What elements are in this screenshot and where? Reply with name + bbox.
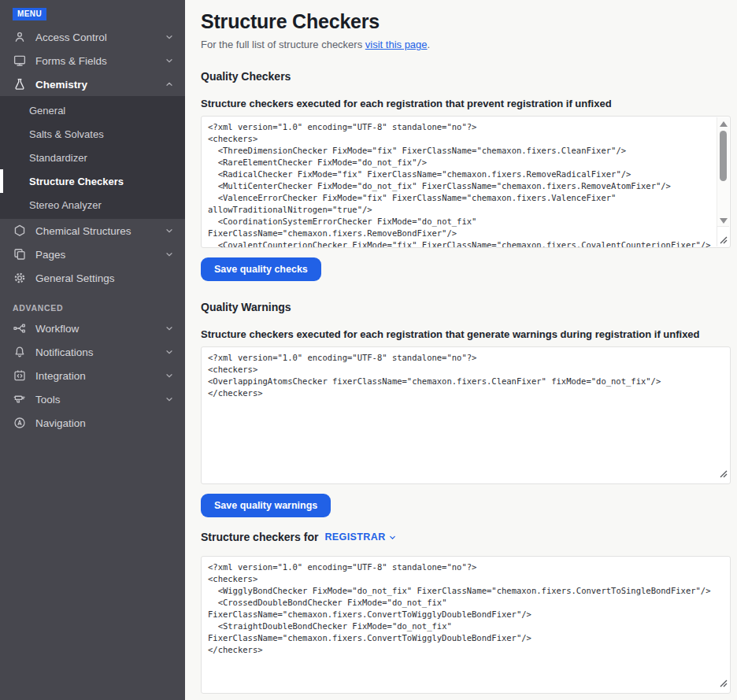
scroll-down-arrow-icon[interactable] bbox=[720, 218, 728, 224]
advanced-section-label: ADVANCED bbox=[13, 303, 185, 313]
sidebar-item-forms-fields[interactable]: Forms & Fields bbox=[0, 49, 185, 72]
quality-warnings-editor[interactable]: <?xml version="1.0" encoding="UTF-8" sta… bbox=[201, 346, 731, 484]
chevron-down-icon[interactable] bbox=[165, 394, 174, 404]
role-checkers-code[interactable]: <?xml version="1.0" encoding="UTF-8" sta… bbox=[202, 557, 730, 693]
pages-icon bbox=[13, 247, 27, 261]
sidebar-item-stereo-analyzer[interactable]: Stereo Analyzer bbox=[0, 193, 185, 217]
monitor-icon bbox=[13, 54, 27, 68]
workflow-icon bbox=[13, 321, 27, 335]
chevron-down-icon[interactable] bbox=[165, 371, 174, 380]
sidebar-item-standardizer[interactable]: Standardizer bbox=[0, 146, 185, 169]
person-icon bbox=[13, 30, 27, 44]
integration-icon bbox=[13, 369, 27, 383]
sidebar-item-label: Workflow bbox=[35, 323, 79, 335]
sidebar-subitem-label: Stereo Analyzer bbox=[29, 199, 102, 211]
sidebar-subitem-label: Salts & Solvates bbox=[29, 128, 104, 140]
chevron-down-icon[interactable] bbox=[165, 347, 174, 357]
chevron-down-icon bbox=[388, 533, 397, 542]
chevron-down-icon[interactable] bbox=[165, 56, 174, 65]
resize-grip-icon[interactable] bbox=[720, 467, 728, 481]
drill-icon bbox=[13, 392, 27, 406]
quality-checkers-heading: Quality Checkers bbox=[201, 70, 731, 83]
sidebar-item-label: Forms & Fields bbox=[35, 55, 107, 67]
menu-badge: MENU bbox=[13, 8, 46, 20]
sidebar: MENU Access Control Forms & Fields Chem bbox=[0, 0, 185, 700]
sidebar-item-tools[interactable]: Tools bbox=[0, 387, 185, 411]
compass-icon bbox=[13, 416, 27, 430]
quality-warnings-heading: Quality Warnings bbox=[201, 301, 731, 313]
sidebar-item-label: General Settings bbox=[35, 272, 115, 284]
gear-icon bbox=[13, 271, 27, 285]
sidebar-item-label: Chemistry bbox=[35, 79, 87, 91]
role-checkers-editor[interactable]: <?xml version="1.0" encoding="UTF-8" sta… bbox=[201, 556, 731, 694]
sidebar-item-label: Chemical Structures bbox=[35, 225, 131, 237]
registrar-dropdown[interactable]: REGISTRAR bbox=[324, 531, 396, 543]
sidebar-item-workflow[interactable]: Workflow bbox=[0, 317, 185, 340]
chevron-down-icon[interactable] bbox=[165, 226, 174, 235]
sidebar-item-label: Notifications bbox=[35, 346, 94, 358]
quality-warnings-description: Structure checkers executed for each reg… bbox=[201, 328, 731, 340]
hexagon-icon bbox=[13, 224, 27, 238]
sidebar-subitem-label: Structure Checkers bbox=[29, 176, 124, 187]
editor-scrollbar[interactable] bbox=[717, 117, 729, 228]
flask-icon bbox=[13, 77, 27, 91]
role-checkers-heading: Structure checkers for bbox=[201, 531, 318, 543]
chevron-down-icon[interactable] bbox=[165, 250, 174, 259]
sidebar-item-pages[interactable]: Pages bbox=[0, 243, 185, 266]
sidebar-item-access-control[interactable]: Access Control bbox=[0, 25, 185, 49]
sidebar-item-label: Navigation bbox=[35, 417, 86, 429]
main-content: Structure Checkers For the full list of … bbox=[185, 0, 737, 700]
quality-checkers-description: Structure checkers executed for each reg… bbox=[201, 98, 731, 109]
chevron-down-icon[interactable] bbox=[165, 324, 174, 333]
sidebar-item-notifications[interactable]: Notifications bbox=[0, 340, 185, 364]
resize-grip-icon bbox=[720, 236, 728, 244]
app-window: MENU Access Control Forms & Fields Chem bbox=[0, 0, 737, 700]
sidebar-item-label: Pages bbox=[35, 249, 65, 261]
chemistry-submenu: General Salts & Solvates Standardizer St… bbox=[0, 96, 185, 219]
quality-warnings-code[interactable]: <?xml version="1.0" encoding="UTF-8" sta… bbox=[202, 347, 730, 483]
sidebar-item-integration[interactable]: Integration bbox=[0, 364, 185, 387]
save-quality-checks-button[interactable]: Save quality checks bbox=[201, 257, 321, 281]
sidebar-item-general-settings[interactable]: General Settings bbox=[0, 266, 185, 290]
intro-text: For the full list of structure checkers … bbox=[201, 39, 731, 50]
visit-page-link[interactable]: visit this page bbox=[365, 39, 428, 50]
scrollbar-thumb[interactable] bbox=[720, 131, 727, 181]
scroll-up-arrow-icon[interactable] bbox=[720, 121, 728, 127]
sidebar-item-label: Tools bbox=[35, 394, 61, 406]
bell-icon bbox=[13, 345, 27, 359]
sidebar-item-navigation[interactable]: Navigation bbox=[0, 411, 185, 435]
resize-corner[interactable] bbox=[717, 226, 729, 246]
role-checkers-heading-row: Structure checkers for REGISTRAR bbox=[201, 531, 731, 543]
chevron-up-icon[interactable] bbox=[165, 80, 174, 89]
sidebar-item-chemistry[interactable]: Chemistry bbox=[0, 72, 185, 96]
intro-suffix: . bbox=[428, 39, 431, 50]
page-title: Structure Checkers bbox=[201, 10, 731, 33]
registrar-dropdown-value: REGISTRAR bbox=[324, 531, 385, 543]
sidebar-item-structure-checkers[interactable]: Structure Checkers bbox=[0, 169, 185, 193]
sidebar-subitem-label: General bbox=[29, 105, 65, 117]
sidebar-item-general[interactable]: General bbox=[0, 98, 185, 122]
sidebar-item-chemical-structures[interactable]: Chemical Structures bbox=[0, 219, 185, 243]
sidebar-item-label: Integration bbox=[35, 370, 86, 382]
resize-grip-icon[interactable] bbox=[720, 676, 728, 691]
save-quality-warnings-button[interactable]: Save quality warnings bbox=[201, 494, 331, 517]
sidebar-subitem-label: Standardizer bbox=[29, 152, 87, 164]
sidebar-item-label: Access Control bbox=[35, 31, 107, 43]
quality-checkers-editor[interactable]: <?xml version="1.0" encoding="UTF-8" sta… bbox=[201, 116, 731, 248]
intro-prefix: For the full list of structure checkers bbox=[201, 39, 365, 50]
chevron-down-icon[interactable] bbox=[165, 32, 174, 42]
sidebar-item-salts-solvates[interactable]: Salts & Solvates bbox=[0, 122, 185, 146]
quality-checkers-code[interactable]: <?xml version="1.0" encoding="UTF-8" sta… bbox=[202, 117, 730, 247]
